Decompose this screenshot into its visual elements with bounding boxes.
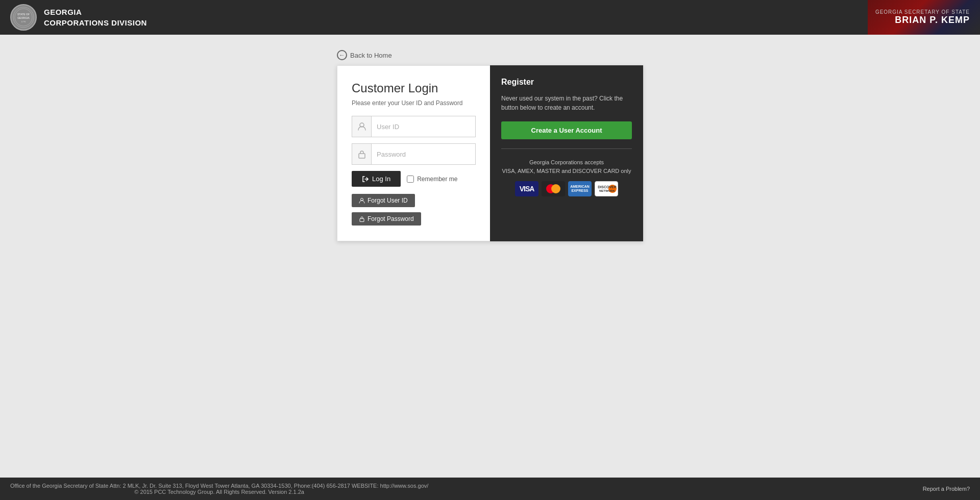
password-icon bbox=[352, 144, 372, 164]
userid-input[interactable] bbox=[372, 116, 475, 137]
back-icon: ← bbox=[337, 50, 347, 60]
login-button-label: Log In bbox=[372, 175, 390, 183]
back-link-container: ← Back to Home bbox=[337, 50, 643, 60]
forgot-buttons: Forgot User ID Forgot Password bbox=[352, 194, 476, 226]
back-link-label: Back to Home bbox=[350, 52, 392, 59]
login-arrow-icon bbox=[362, 176, 369, 183]
payment-info: Georgia Corporations accepts VISA, AMEX,… bbox=[501, 158, 632, 196]
secretary-name: BRIAN P. KEMP bbox=[875, 15, 970, 26]
password-input-group[interactable] bbox=[352, 143, 476, 165]
forgot-password-button[interactable]: Forgot Password bbox=[352, 212, 421, 226]
mastercard-badge bbox=[542, 181, 565, 196]
password-input[interactable] bbox=[372, 144, 475, 164]
login-button[interactable]: Log In bbox=[352, 171, 401, 187]
register-divider bbox=[501, 148, 632, 149]
visa-card-badge: VISA bbox=[515, 181, 538, 196]
forgot-userid-button[interactable]: Forgot User ID bbox=[352, 194, 415, 207]
svg-text:1776: 1776 bbox=[21, 20, 27, 23]
svg-rect-6 bbox=[359, 154, 365, 158]
user-icon bbox=[352, 116, 372, 137]
mc-orange-circle bbox=[551, 184, 560, 193]
georgia-seal: STATE OF GEORGIA 1776 bbox=[10, 4, 37, 31]
amex-badge: AMERICANEXPRESS bbox=[568, 181, 592, 196]
secretary-label: GEORGIA SECRETARY OF STATE bbox=[875, 9, 970, 15]
report-problem-link[interactable]: Report a Problem? bbox=[923, 486, 970, 492]
login-panel: Customer Login Please enter your User ID… bbox=[337, 65, 490, 241]
back-to-home-link[interactable]: ← Back to Home bbox=[337, 50, 643, 60]
user-icon-small bbox=[359, 197, 365, 204]
forgot-password-label: Forgot Password bbox=[368, 215, 414, 222]
svg-rect-8 bbox=[360, 219, 364, 222]
payment-text: Georgia Corporations accepts VISA, AMEX,… bbox=[501, 158, 632, 175]
remember-me-checkbox[interactable] bbox=[407, 176, 414, 183]
discover-badge: DISCOVERNETWORK bbox=[595, 181, 618, 196]
header-brand: STATE OF GEORGIA 1776 GEORGIA CORPORATIO… bbox=[10, 4, 147, 31]
org-title: GEORGIA CORPORATIONS DIVISION bbox=[44, 7, 147, 28]
register-panel: Register Never used our system in the pa… bbox=[490, 65, 643, 241]
secretary-info: GEORGIA SECRETARY OF STATE BRIAN P. KEMP bbox=[875, 9, 970, 26]
login-actions: Log In Remember me bbox=[352, 171, 476, 187]
remember-me-text: Remember me bbox=[417, 176, 457, 183]
payment-cards: VISA AMERICANEXPRESS DISCOVERNETWORK bbox=[501, 181, 632, 196]
main-content: ← Back to Home Customer Login Please ent… bbox=[0, 35, 980, 478]
register-description: Never used our system in the past? Click… bbox=[501, 94, 632, 112]
lock-icon-small bbox=[359, 216, 365, 222]
forgot-userid-label: Forgot User ID bbox=[368, 197, 408, 204]
userid-input-group[interactable] bbox=[352, 116, 476, 137]
page-footer: Office of the Georgia Secretary of State… bbox=[0, 478, 980, 500]
footer-text: Office of the Georgia Secretary of State… bbox=[10, 483, 428, 495]
svg-text:STATE OF: STATE OF bbox=[17, 13, 30, 16]
create-account-button[interactable]: Create a User Account bbox=[501, 121, 632, 139]
login-card-container: Customer Login Please enter your User ID… bbox=[337, 65, 643, 241]
login-title: Customer Login bbox=[352, 81, 476, 95]
remember-me-label[interactable]: Remember me bbox=[407, 176, 457, 183]
login-subtitle: Please enter your User ID and Password bbox=[352, 99, 476, 107]
svg-text:GEORGIA: GEORGIA bbox=[17, 16, 30, 19]
page-header: STATE OF GEORGIA 1776 GEORGIA CORPORATIO… bbox=[0, 0, 980, 35]
register-title: Register bbox=[501, 78, 632, 87]
